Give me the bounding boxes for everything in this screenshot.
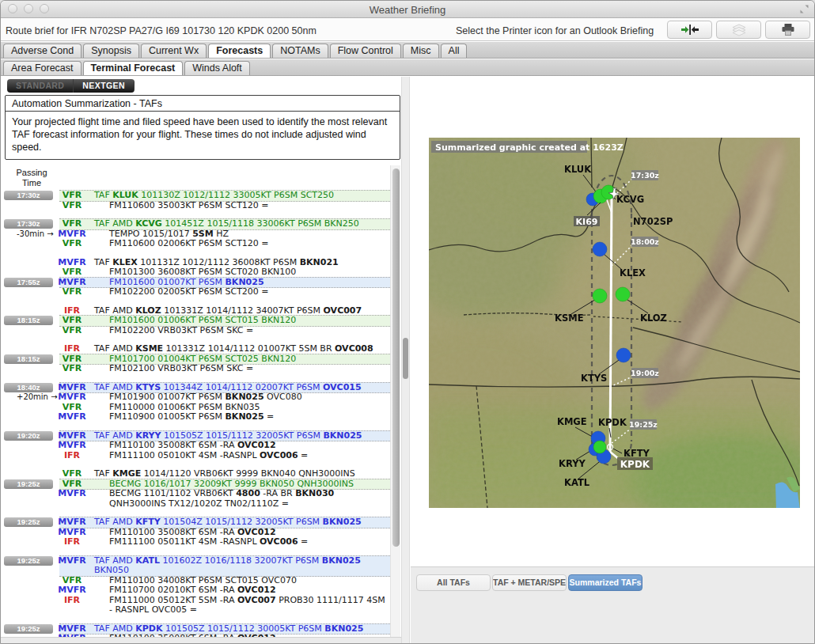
taf-text: FM101600 01006KT P6SM SCT015 BKN120: [88, 316, 390, 326]
taf-block-katl: 19:25zMVFRTAF AMD KATL 101602Z 1016/1118…: [1, 556, 390, 616]
passing-time-cell: 17:30z: [1, 219, 56, 229]
passing-time-badge: 17:30z: [4, 191, 53, 200]
flight-category-mvfr: MVFR: [56, 441, 88, 451]
list-bottom-strip: [1, 637, 401, 643]
taf-block-ktys: 18:40zMVFRTAF AMD KTYS 101344Z 1014/1112…: [1, 383, 390, 422]
tab-misc[interactable]: Misc: [403, 44, 439, 58]
taf-line: MVFRBECMG 1101/1102 VRB06KT 4800 -RA BR …: [1, 489, 390, 509]
map-footer: All TAFsTAF + METAR/SPECISummarized TAFs: [411, 566, 814, 643]
print-button[interactable]: [765, 21, 810, 39]
tab-adverse-cond[interactable]: Adverse Cond: [3, 44, 82, 58]
subtab-terminal-forecast[interactable]: Terminal Forecast: [83, 61, 184, 75]
map-view-button-all-tafs[interactable]: All TAFs: [416, 574, 491, 591]
tab-flow-control[interactable]: Flow Control: [330, 44, 401, 58]
taf-line: 19:25zMVFRTAF AMD KATL 101602Z 1016/1118…: [1, 556, 390, 576]
flight-category-vfr: VFR: [56, 191, 88, 201]
subtab-winds-aloft[interactable]: Winds Aloft: [184, 61, 250, 75]
flight-category-vfr: VFR: [56, 239, 88, 249]
passing-time-badge: 17:55z: [4, 278, 53, 287]
flight-category-vfr: VFR: [56, 326, 88, 336]
airport-dot-green: [616, 287, 630, 301]
titlebar: Weather Briefing: [1, 1, 814, 18]
scrollbar-thumb[interactable]: [392, 169, 400, 547]
layers-button[interactable]: [716, 21, 761, 39]
flight-category-mvfr: MVFR: [56, 412, 88, 422]
passing-time-badge: 18:40z: [4, 383, 53, 392]
flight-category-vfr: VFR: [56, 316, 88, 326]
map-view-button-taf-metar-speci[interactable]: TAF + METAR/SPECI: [492, 574, 567, 591]
aircraft-callsign-label: N702SP: [633, 216, 673, 227]
passing-time-badge: 19:25z: [4, 556, 53, 566]
tab-synopsis[interactable]: Synopsis: [83, 44, 139, 58]
taf-line: IFRFM111000 05012KT 5SM -RA OVC007 PROB3…: [1, 596, 390, 616]
secondary-tabs: Area ForecastTerminal ForecastWinds Alof…: [1, 59, 814, 76]
flight-category-mvfr: MVFR: [56, 556, 88, 566]
flight-category-ifr: IFR: [56, 596, 88, 606]
tab-notams[interactable]: NOTAMs: [272, 44, 328, 58]
airport-dot-green: [593, 441, 606, 453]
taf-line: 18:15zVFRFM101600 01006KT P6SM SCT015 BK…: [1, 316, 390, 326]
airport-dot-green: [593, 289, 607, 303]
printer-hint-text: Select the Printer icon for an Outlook B…: [456, 25, 654, 36]
taf-line: IFRFM111100 05010KT 4SM -RASNPL OVC006 =: [1, 451, 390, 461]
taf-line: +20min →MVFRFM101900 01007KT P6SM BKN025…: [1, 392, 390, 403]
mode-option-nextgen[interactable]: NEXTGEN: [74, 79, 135, 93]
route-brief-text: Route brief for IFR N702SP PA27/G I69 10…: [6, 25, 317, 36]
tab-forecasts[interactable]: Forecasts: [208, 44, 271, 58]
map-label-kmge: KMGE: [557, 416, 587, 427]
taf-list-scrollbar[interactable]: [390, 165, 400, 637]
briefing-toolbar: Route brief for IFR N702SP PA27/G I69 10…: [1, 19, 814, 41]
taf-text: FM110600 02006KT P6SM SCT120 =: [88, 239, 390, 249]
pane-scrollbar-thumb[interactable]: [403, 338, 408, 379]
weather-briefing-window: Weather Briefing Route brief for IFR N70…: [0, 0, 815, 644]
passing-time-badge: 17:30z: [4, 219, 53, 229]
time-offset-note: +20min →: [1, 392, 56, 403]
tab-current-wx[interactable]: Current Wx: [141, 44, 207, 58]
passing-time-badge: 19:25z: [4, 624, 53, 634]
taf-line: VFRFM110600 35003KT P6SM SCT120 =: [1, 201, 390, 211]
time-offset-note: -30min →: [1, 229, 56, 240]
taf-pane: STANDARDNEXTGEN Automation Summarization…: [1, 77, 401, 643]
taf-line: MVFRFM110100 35008KT 6SM -RA OVC012: [1, 441, 390, 451]
flight-category-vfr: VFR: [56, 219, 88, 229]
collapse-route-button[interactable]: [667, 21, 712, 39]
map-label-kluk: KLUK: [564, 164, 592, 175]
taf-line: VFRFM110600 02006KT P6SM SCT120 =: [1, 239, 390, 249]
taf-text: FM102200 VRB03KT P6SM SKC =: [88, 326, 390, 336]
taf-block-kloz: IFRTAF AMD KLOZ 101331Z 1014/1112 34007K…: [1, 306, 390, 336]
mode-toggle: STANDARDNEXTGEN: [7, 79, 135, 93]
taf-block-kmge: VFRTAF KMGE 1014/1120 VRB06KT 9999 BKN04…: [1, 469, 390, 509]
map-label-kfty: KFTY: [624, 448, 650, 459]
taf-text: FM101900 01007KT P6SM BKN025 OVC080: [88, 392, 390, 403]
flight-category-mvfr: MVFR: [56, 517, 88, 528]
mode-option-standard[interactable]: STANDARD: [7, 79, 74, 93]
passing-time-cell: 18:15z: [1, 354, 56, 364]
passing-time-badge: 18:15z: [4, 316, 53, 325]
airport-dot-blue: [593, 242, 607, 256]
map-label-ksme: KSME: [555, 313, 584, 324]
subtab-area-forecast[interactable]: Area Forecast: [3, 61, 82, 75]
taf-block-kpdk: 19:25zMVFRTAF AMD KPDK 101505Z 1015/1112…: [1, 624, 390, 638]
taf-line: VFRFM102200 VRB03KT P6SM SKC =: [1, 326, 390, 336]
passing-time-badge: 18:15z: [4, 354, 53, 364]
taf-line: MVFRFM110700 02010KT 6SM -RA OVC012: [1, 585, 390, 596]
tab-all[interactable]: All: [441, 44, 468, 58]
passing-time-cell: 17:30z: [1, 191, 56, 200]
taf-line: 19:25zMVFRTAF AMD KFTY 101504Z 1015/1112…: [1, 517, 390, 528]
passing-time-header: Passing Time: [7, 168, 56, 188]
taf-line: 17:30zVFRTAF KLUK 101130Z 1012/1112 3300…: [1, 191, 390, 201]
resize-icon[interactable]: [800, 5, 809, 13]
passing-time-cell: 19:25z: [1, 517, 56, 527]
map-label-kryy: KRYY: [559, 458, 586, 469]
taf-list: 17:30zVFRTAF KLUK 101130Z 1012/1112 3300…: [1, 188, 390, 637]
taf-text: FM110900 01005KT P6SM BKN025 =: [88, 412, 390, 422]
taf-line: IFRFM111100 05011KT 4SM -RASNPL OVC006 =: [1, 537, 390, 547]
taf-line: MVFRFM110900 01005KT P6SM BKN025 =: [1, 412, 390, 422]
taf-text: BECMG 1101/1102 VRB06KT 4800 -RA BR BKN0…: [88, 489, 390, 509]
map-view-button-summarized-tafs[interactable]: Summarized TAFs: [568, 574, 643, 591]
flight-category-mvfr: MVFR: [56, 585, 88, 596]
pane-scrollbar[interactable]: [401, 77, 410, 643]
map-pane: KLUKKCVGKLEXKSMEKLOZKTYSKMGEKPDKKRYYKFTY…: [411, 77, 814, 643]
passing-time-cell: 17:55z: [1, 278, 56, 287]
map-view-buttons: All TAFsTAF + METAR/SPECISummarized TAFs: [416, 574, 643, 591]
